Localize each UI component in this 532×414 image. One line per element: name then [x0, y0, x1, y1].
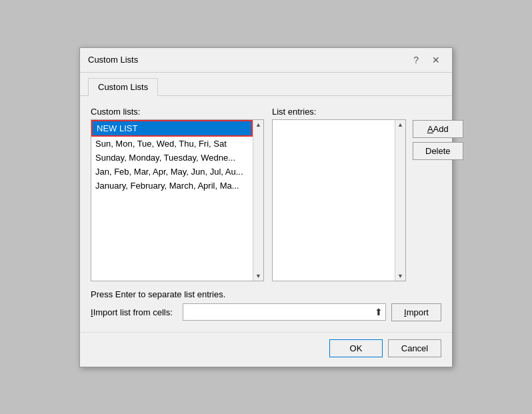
list-item-sunday[interactable]: Sunday, Monday, Tuesday, Wedne...	[91, 151, 253, 165]
upload-icon[interactable]: ⬆	[375, 307, 383, 317]
list-entries-textarea[interactable]	[273, 120, 395, 281]
list-item-jan[interactable]: Jan, Feb, Mar, Apr, May, Jun, Jul, Au...	[91, 165, 253, 179]
delete-button[interactable]: Delete	[413, 142, 463, 160]
ok-button[interactable]: OK	[329, 339, 383, 357]
cancel-button[interactable]: Cancel	[388, 339, 441, 357]
help-button[interactable]: ?	[409, 53, 423, 67]
entries-scroll-down[interactable]: ▼	[397, 273, 403, 279]
dialog-title: Custom Lists	[88, 55, 138, 65]
add-button[interactable]: AAdd	[413, 120, 463, 138]
footer-section: Press Enter to separate list entries. II…	[91, 289, 441, 321]
close-button[interactable]: ✕	[428, 53, 444, 67]
title-bar: Custom Lists ? ✕	[80, 48, 452, 73]
list-item-sun[interactable]: Sun, Mon, Tue, Wed, Thu, Fri, Sat	[91, 137, 253, 151]
title-bar-controls: ? ✕	[409, 53, 444, 67]
footer-hint: Press Enter to separate list entries.	[91, 289, 441, 299]
dialog-footer: OK Cancel	[80, 332, 452, 367]
scroll-up-arrow[interactable]: ▲	[255, 121, 261, 128]
custom-lists-listbox[interactable]: NEW LIST Sun, Mon, Tue, Wed, Thu, Fri, S…	[91, 120, 253, 281]
left-panel: Custom lists: NEW LIST Sun, Mon, Tue, We…	[91, 107, 264, 281]
action-buttons: AAdd Delete	[413, 107, 463, 281]
import-input[interactable]	[186, 307, 375, 317]
import-button[interactable]: Import	[391, 303, 441, 321]
left-scrollbar[interactable]: ▲ ▼	[253, 120, 263, 281]
entries-scroll-up[interactable]: ▲	[397, 121, 403, 128]
custom-lists-container: NEW LIST Sun, Mon, Tue, Wed, Thu, Fri, S…	[91, 119, 264, 281]
dialog-body: Custom lists: NEW LIST Sun, Mon, Tue, We…	[80, 96, 452, 332]
scroll-down-arrow[interactable]: ▼	[255, 273, 261, 279]
list-entries-label: List entries:	[272, 107, 406, 117]
main-content: Custom lists: NEW LIST Sun, Mon, Tue, We…	[91, 107, 441, 281]
tab-bar: Custom Lists	[80, 73, 452, 96]
right-panel: List entries: ▲ ▼	[272, 107, 406, 281]
import-row: IImport list from cells: ⬆ Import	[91, 303, 441, 321]
import-label: IImport list from cells:	[91, 307, 177, 317]
right-area: List entries: ▲ ▼ AAdd Delete	[272, 107, 463, 281]
tab-custom-lists[interactable]: Custom Lists	[88, 78, 158, 96]
list-item-january[interactable]: January, February, March, April, Ma...	[91, 179, 253, 193]
list-item-new[interactable]: NEW LIST	[91, 120, 253, 137]
custom-lists-label: Custom lists:	[91, 107, 264, 117]
import-input-wrap: ⬆	[183, 303, 386, 321]
custom-lists-dialog: Custom Lists ? ✕ Custom Lists Custom lis…	[79, 47, 453, 367]
list-entries-container: ▲ ▼	[272, 119, 406, 281]
right-scrollbar[interactable]: ▲ ▼	[395, 120, 405, 281]
